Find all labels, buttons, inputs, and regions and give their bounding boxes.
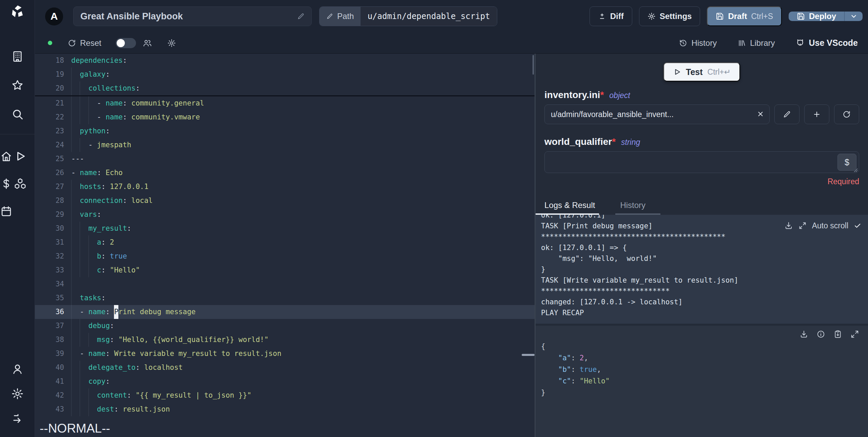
line-number: 41 (35, 375, 64, 388)
draft-shortcut: Ctrl+S (751, 12, 773, 21)
add-inventory-button[interactable] (804, 104, 829, 124)
library-icon (738, 39, 746, 47)
account-user-icon[interactable] (11, 363, 24, 375)
history-button[interactable]: History (679, 38, 717, 48)
home-icon[interactable] (0, 150, 13, 163)
code-line-26[interactable]: 26- name: Echo (35, 166, 535, 180)
reset-label: Reset (80, 38, 101, 48)
log-line: PLAY RECAP (541, 307, 868, 318)
code-line-21[interactable]: 21- name: community.general (35, 96, 535, 110)
code-editor[interactable]: 18dependencies:19galaxy:20collections: 2… (35, 54, 535, 437)
reset-icon (68, 39, 76, 47)
search-icon[interactable] (11, 108, 24, 120)
save-icon (797, 12, 805, 20)
code-line-23[interactable]: 23python: (35, 124, 535, 138)
code-line-36[interactable]: 36- name: Print debug message (35, 305, 535, 319)
use-vscode-button[interactable]: Use VScode (796, 38, 858, 48)
windmill-logo-icon[interactable] (10, 4, 25, 19)
save-icon (716, 12, 724, 20)
settings-gear-icon[interactable] (11, 387, 24, 400)
edit-title-pencil-icon[interactable] (297, 13, 305, 20)
close-icon[interactable] (757, 110, 764, 118)
resources-cubes-icon[interactable] (14, 177, 26, 190)
code-line-38[interactable]: 38msg: "Hello, {{world_qualifier}} world… (35, 333, 535, 347)
result-viewer[interactable]: { "a": 2, "b": true, "c": "Hello"} (536, 326, 868, 437)
code-line-25[interactable]: 25--- (35, 152, 535, 166)
code-line-43[interactable]: 43dest: result.json (35, 402, 535, 416)
field-name: inventory.ini (544, 90, 600, 100)
gear-icon[interactable] (167, 39, 176, 48)
line-number: 28 (35, 194, 64, 208)
code-line-40[interactable]: 40delegate_to: localhost (35, 361, 535, 375)
sidebar (0, 0, 35, 437)
favorites-star-icon[interactable] (11, 79, 24, 92)
code-line-29[interactable]: 29vars: (35, 208, 535, 222)
code-line-31[interactable]: 31a: 2 (35, 235, 535, 249)
code-line-39[interactable]: 39- name: Write variable my_result to re… (35, 347, 535, 361)
workspace-icon[interactable] (11, 50, 24, 63)
download-result-icon[interactable] (799, 330, 808, 339)
expand-logs-icon[interactable] (798, 222, 807, 230)
code-line-35[interactable]: 35tasks: (35, 291, 535, 305)
editor-scrollbar[interactable] (533, 55, 534, 75)
runs-play-icon[interactable] (14, 150, 26, 163)
path-value[interactable]: u/admin/dependable_script (361, 7, 497, 26)
code-line-24[interactable]: 24- jmespath (35, 138, 535, 152)
code-line-19[interactable]: 19galaxy: (35, 68, 535, 81)
settings-button[interactable]: Settings (639, 6, 700, 26)
log-output[interactable]: ok: [127.0.0.1]TASK [Print debug message… (536, 215, 868, 324)
download-logs-icon[interactable] (784, 221, 793, 230)
code-line-41[interactable]: 41copy: (35, 375, 535, 388)
world-qualifier-textarea[interactable] (544, 151, 859, 173)
users-icon[interactable] (143, 39, 152, 48)
schedules-calendar-icon[interactable] (0, 205, 13, 217)
draft-label: Draft (728, 12, 747, 21)
code-line-22[interactable]: 22- name: community.vmware (35, 110, 535, 124)
copy-clipboard-icon[interactable] (833, 330, 842, 339)
line-number: 42 (35, 388, 64, 402)
edit-inventory-button[interactable] (774, 104, 799, 124)
deploy-button[interactable]: Deploy (789, 12, 844, 21)
code-line-27[interactable]: 27hosts: 127.0.0.1 (35, 180, 535, 194)
line-number: 34 (35, 277, 64, 291)
code-lines[interactable]: 21- name: community.general22- name: com… (35, 96, 535, 430)
code-line-37[interactable]: 37debug: (35, 319, 535, 333)
inventory-input[interactable] (544, 104, 770, 124)
library-button[interactable]: Library (738, 38, 775, 48)
draft-button[interactable]: Draft Ctrl+S (707, 6, 782, 26)
resize-grip-icon[interactable] (853, 168, 858, 172)
line-number: 25 (35, 152, 64, 166)
code-line-30[interactable]: 30my_result: (35, 222, 535, 235)
diff-button[interactable]: Diff (590, 6, 632, 26)
refresh-inventory-button[interactable] (834, 104, 859, 124)
field-name: world_qualifier (544, 136, 612, 147)
vscode-cat-icon (796, 39, 805, 48)
expand-result-icon[interactable] (850, 330, 859, 339)
code-line-28[interactable]: 28connection: local (35, 194, 535, 208)
reset-button[interactable]: Reset (68, 38, 101, 48)
diff-label: Diff (610, 12, 624, 21)
path-field[interactable]: Path u/admin/dependable_script (319, 6, 497, 26)
status-dot (48, 41, 52, 45)
variables-dollar-icon[interactable] (0, 177, 13, 190)
auto-scroll-label[interactable]: Auto scroll (812, 220, 848, 231)
drag-handle[interactable] (522, 354, 535, 356)
tab-history[interactable]: History (615, 201, 660, 215)
code-line-20[interactable]: 20collections: (35, 81, 535, 95)
field-type: object (609, 91, 630, 100)
tab-logs-result[interactable]: Logs & Result (536, 201, 599, 215)
logout-icon[interactable] (11, 412, 24, 425)
code-line-34[interactable]: 34 (35, 277, 535, 291)
code-line-33[interactable]: 33c: "Hello" (35, 263, 535, 277)
deploy-dropdown-button[interactable] (844, 12, 863, 21)
test-button[interactable]: Test Ctrl+↵ (663, 62, 740, 81)
collab-toggle[interactable] (116, 38, 136, 48)
log-line: ****************************************… (541, 231, 868, 242)
code-line-42[interactable]: 42content: "{{ my_result | to_json }}" (35, 388, 535, 402)
script-title-input[interactable]: Great Ansible Playbook (73, 6, 312, 26)
info-icon[interactable] (816, 330, 825, 339)
field-type: string (621, 138, 640, 147)
refresh-icon (843, 110, 851, 118)
code-line-18[interactable]: 18dependencies: (35, 54, 535, 68)
code-line-32[interactable]: 32b: true (35, 249, 535, 263)
